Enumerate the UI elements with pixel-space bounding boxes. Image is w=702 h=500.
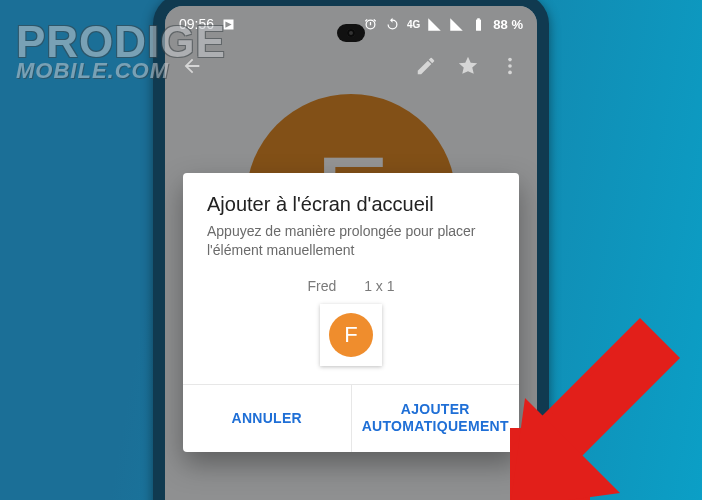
battery-icon bbox=[471, 17, 486, 32]
add-automatically-button[interactable]: AJOUTER AUTOMATIQUEMENT bbox=[352, 385, 520, 452]
signal-icon bbox=[427, 17, 442, 32]
edit-button[interactable] bbox=[415, 55, 437, 81]
widget-preview-name: Fred bbox=[307, 278, 336, 294]
battery-text: 88 % bbox=[493, 17, 523, 32]
add-to-home-dialog: Ajouter à l'écran d'accueil Appuyez de m… bbox=[183, 173, 519, 452]
annotation-arrow-icon bbox=[510, 308, 680, 500]
dialog-title: Ajouter à l'écran d'accueil bbox=[183, 173, 519, 222]
widget-preview-avatar: F bbox=[329, 313, 373, 357]
watermark-line1: PRODIGE bbox=[16, 22, 226, 62]
pencil-icon bbox=[415, 55, 437, 77]
alarm-icon bbox=[363, 17, 378, 32]
svg-point-1 bbox=[508, 64, 512, 68]
phone-camera bbox=[337, 24, 365, 42]
signal2-icon bbox=[449, 17, 464, 32]
more-vert-icon bbox=[499, 55, 521, 77]
star-icon bbox=[457, 55, 479, 77]
widget-preview-meta: Fred 1 x 1 bbox=[183, 278, 519, 304]
favorite-button[interactable] bbox=[457, 55, 479, 81]
overflow-button[interactable] bbox=[499, 55, 521, 81]
sync-icon bbox=[385, 17, 400, 32]
dialog-actions: ANNULER AJOUTER AUTOMATIQUEMENT bbox=[183, 384, 519, 452]
dialog-subtitle: Appuyez de manière prolongée pour placer… bbox=[183, 222, 519, 278]
widget-preview-initial: F bbox=[344, 322, 357, 348]
widget-preview[interactable]: F bbox=[320, 304, 382, 366]
svg-point-0 bbox=[508, 58, 512, 62]
network-4g-icon: 4G bbox=[407, 19, 420, 30]
svg-point-2 bbox=[508, 71, 512, 75]
cancel-button[interactable]: ANNULER bbox=[183, 385, 352, 452]
widget-preview-size: 1 x 1 bbox=[364, 278, 394, 294]
watermark: PRODIGE MOBILE.COM bbox=[16, 22, 226, 84]
